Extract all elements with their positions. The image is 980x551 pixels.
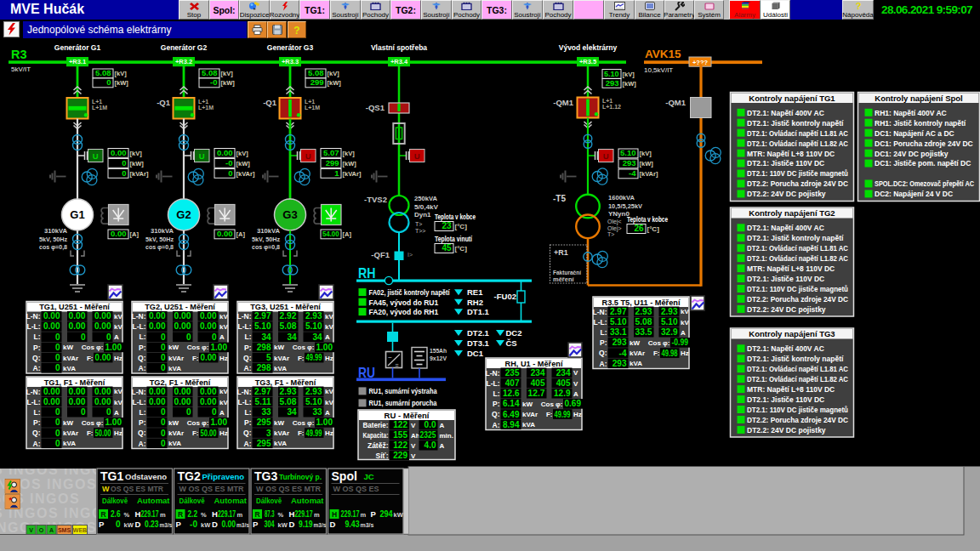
svg-text:DT2.2: 24V DC pojistky: DT2.2: 24V DC pojistky	[747, 426, 826, 435]
svg-text:-QF1: -QF1	[371, 250, 390, 259]
svg-text:L-L:: L-L:	[237, 322, 251, 331]
svg-text:1.00: 1.00	[211, 418, 228, 427]
svg-text:299: 299	[326, 158, 339, 168]
svg-text:295: 295	[257, 418, 271, 427]
svg-text:T>>: T>>	[415, 228, 425, 234]
svg-text:P:: P:	[244, 418, 252, 427]
svg-text:kW: kW	[522, 400, 533, 408]
svg-text:DT2.1: Jistič kontroly napětí: DT2.1: Jistič kontroly napětí	[747, 119, 844, 128]
svg-text:8.94: 8.94	[503, 420, 520, 429]
svg-text:A: A	[49, 527, 54, 533]
svg-text:Vlastní spotřeba: Vlastní spotřeba	[371, 43, 427, 52]
svg-text:[A]: [A]	[130, 230, 140, 238]
svg-text:m: m	[237, 511, 243, 519]
svg-text:m3/s: m3/s	[361, 522, 374, 528]
svg-text:9x12V: 9x12V	[430, 355, 447, 362]
svg-text:DT2.1: Napětí 400V AC: DT2.1: Napětí 400V AC	[747, 344, 824, 353]
svg-text:0.00: 0.00	[149, 397, 166, 406]
svg-text:122: 122	[393, 420, 407, 429]
svg-text:32.9: 32.9	[661, 327, 678, 337]
svg-text:293: 293	[612, 359, 627, 368]
svg-text:-FU02: -FU02	[494, 292, 516, 301]
svg-text:0.00: 0.00	[174, 397, 191, 406]
svg-text:0.0: 0.0	[424, 420, 436, 429]
svg-text:405: 405	[556, 378, 571, 388]
svg-text:-0: -0	[225, 158, 232, 168]
svg-text:DT2.1: Jističe 110V DC: DT2.1: Jističe 110V DC	[747, 395, 824, 404]
svg-text:0: 0	[55, 343, 60, 352]
svg-text:RH1: Napětí 400V AC: RH1: Napětí 400V AC	[875, 109, 947, 117]
svg-text:kV: kV	[325, 313, 333, 321]
svg-text:RH1: Jistič kontroly napětí: RH1: Jistič kontroly napětí	[875, 119, 966, 128]
svg-text:5kV/IT: 5kV/IT	[11, 65, 31, 73]
svg-text:kVA: kVA	[630, 360, 642, 367]
svg-text:L:: L:	[600, 328, 607, 337]
svg-text:L-N:: L-N:	[237, 388, 252, 396]
svg-text:-4: -4	[629, 168, 636, 178]
svg-text:kW: kW	[274, 419, 284, 427]
svg-text:-Q1: -Q1	[157, 98, 171, 107]
svg-text:-QM1: -QM1	[553, 98, 573, 107]
svg-text:0.00: 0.00	[69, 311, 86, 321]
svg-text:V: V	[411, 442, 416, 450]
svg-text:Hz: Hz	[219, 355, 228, 362]
svg-text:50.00: 50.00	[201, 429, 217, 438]
svg-text:49.99: 49.99	[555, 410, 571, 419]
svg-text:2.97: 2.97	[254, 387, 271, 396]
svg-text:SMS: SMS	[58, 527, 71, 533]
svg-text:RH, U1 - Měření: RH, U1 - Měření	[505, 360, 563, 368]
svg-text:5.10: 5.10	[620, 148, 636, 157]
svg-text:kV: kV	[114, 313, 122, 321]
svg-text:0.00: 0.00	[200, 321, 217, 331]
svg-text:kVA: kVA	[168, 440, 181, 447]
svg-text:Q:: Q:	[32, 354, 41, 362]
svg-text:[kVAr]: [kVAr]	[236, 170, 255, 178]
svg-text:Odstaveno: Odstaveno	[125, 472, 167, 481]
svg-text:kV: kV	[681, 319, 689, 327]
svg-text:L+1M: L+1M	[198, 105, 214, 111]
svg-text:0: 0	[186, 332, 191, 342]
svg-text:DT2.1: Napětí 400V AC: DT2.1: Napětí 400V AC	[747, 224, 824, 232]
svg-text:L-L:: L-L:	[486, 379, 499, 388]
svg-text:2.93: 2.93	[635, 307, 652, 316]
svg-text:kW: kW	[201, 521, 211, 529]
svg-text:Kontroly napájení Spol: Kontroly napájení Spol	[875, 94, 962, 103]
svg-text:2.93: 2.93	[305, 311, 322, 321]
svg-text:[°C]: [°C]	[647, 225, 660, 233]
svg-text:R3.5 T5, U11 - Měření: R3.5 T5, U11 - Měření	[602, 298, 681, 307]
svg-text:cos φ=0,8: cos φ=0,8	[145, 243, 174, 251]
svg-text:Hz: Hz	[325, 355, 333, 362]
svg-text:-QM1: -QM1	[665, 98, 686, 107]
svg-text:MTR: Napětí L+8 110V DC: MTR: Napětí L+8 110V DC	[747, 264, 835, 273]
svg-text:0: 0	[212, 407, 217, 417]
svg-text:0.00: 0.00	[200, 397, 217, 406]
svg-text:RU1, sumární výstraha: RU1, sumární výstraha	[369, 387, 437, 395]
svg-text:234: 234	[531, 368, 545, 378]
svg-text:5kV, 50Hz: 5kV, 50Hz	[39, 236, 67, 243]
svg-text:L+1M: L+1M	[305, 105, 320, 111]
svg-text:5.08: 5.08	[280, 321, 297, 331]
svg-text:W OS QS ES: W OS QS ES	[333, 485, 379, 493]
svg-text:310kVA: 310kVA	[151, 227, 174, 235]
svg-text:Hz: Hz	[681, 349, 689, 357]
svg-text:DT1.1: DT1.1	[467, 307, 490, 316]
svg-text:L-L:: L-L:	[26, 398, 40, 406]
svg-text:G1: G1	[70, 208, 84, 221]
svg-text:2.93: 2.93	[280, 387, 297, 396]
svg-text:0: 0	[161, 429, 166, 438]
svg-text:[kW]: [kW]	[623, 80, 637, 88]
svg-text:kW: kW	[394, 511, 404, 519]
svg-text:kVA: kVA	[274, 365, 287, 372]
svg-text:[kW]: [kW]	[130, 160, 145, 168]
svg-text:V: V	[411, 452, 416, 460]
svg-text:U: U	[305, 151, 311, 161]
svg-text:L-L:: L-L:	[237, 398, 251, 406]
svg-text:0.00: 0.00	[149, 311, 166, 321]
svg-text:L-N:: L-N:	[132, 388, 146, 396]
svg-text:P:: P:	[33, 418, 41, 427]
svg-text:RH2: RH2	[467, 298, 483, 307]
svg-text:TG3, U251 - Měření: TG3, U251 - Měření	[250, 303, 321, 311]
svg-text:Cos φ:: Cos φ:	[541, 400, 563, 408]
svg-text:0.00: 0.00	[95, 353, 111, 362]
svg-text:P:: P:	[139, 344, 146, 352]
